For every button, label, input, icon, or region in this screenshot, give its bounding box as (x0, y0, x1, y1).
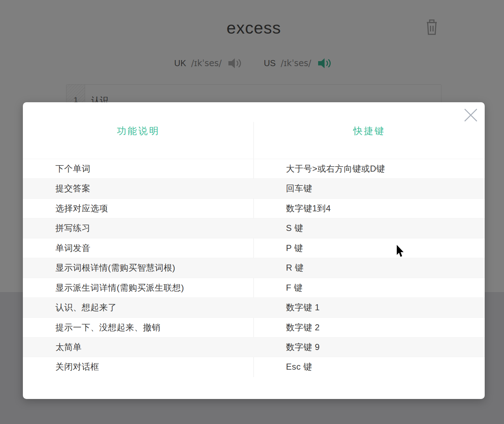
function-label: 拼写练习 (23, 218, 254, 238)
shortcut-key: 数字键 2 (254, 318, 485, 337)
shortcut-table: 下个单词 大于号>或右方向键或D键 提交答案 回车键 选择对应选项 数字键1到4… (23, 159, 485, 377)
shortcut-row: 认识、想起来了 数字键 1 (23, 297, 485, 317)
function-label: 显示派生词详情(需购买派生联想) (23, 278, 254, 297)
function-label: 提示一下、没想起来、撤销 (23, 318, 254, 337)
shortcut-row: 下个单词 大于号>或右方向键或D键 (23, 159, 485, 178)
shortcut-key: 数字键1到4 (254, 199, 485, 218)
function-label: 下个单词 (23, 159, 254, 178)
shortcut-row: 显示派生词详情(需购买派生联想) F 键 (23, 278, 485, 297)
header-shortcut-column: 快捷键 (254, 121, 485, 141)
shortcut-key: P 键 (254, 238, 485, 258)
table-header-row: 功能说明 快捷键 (23, 121, 485, 141)
shortcuts-dialog: 功能说明 快捷键 下个单词 大于号>或右方向键或D键 提交答案 回车键 选择对应… (23, 102, 485, 399)
shortcut-row: 提示一下、没想起来、撤销 数字键 2 (23, 317, 485, 337)
shortcut-row: 太简单 数字键 9 (23, 337, 485, 357)
shortcut-row: 提交答案 回车键 (23, 178, 485, 198)
shortcut-key: S 键 (254, 218, 485, 238)
function-label: 显示词根详情(需购买智慧词根) (23, 258, 254, 277)
shortcut-row: 显示词根详情(需购买智慧词根) R 键 (23, 258, 485, 277)
shortcut-key: F 键 (254, 278, 485, 297)
header-function-column: 功能说明 (23, 121, 254, 141)
shortcut-key: 回车键 (254, 179, 485, 198)
function-label: 太简单 (23, 337, 254, 357)
shortcut-row: 关闭对话框 Esc 键 (23, 357, 485, 376)
function-label: 单词发音 (23, 238, 254, 258)
shortcut-row: 选择对应选项 数字键1到4 (23, 198, 485, 218)
function-label: 关闭对话框 (23, 357, 254, 376)
shortcut-row: 单词发音 P 键 (23, 238, 485, 258)
shortcut-key: Esc 键 (254, 357, 485, 376)
function-label: 提交答案 (23, 179, 254, 198)
function-label: 选择对应选项 (23, 199, 254, 218)
shortcut-key: 数字键 1 (254, 298, 485, 317)
function-label: 认识、想起来了 (23, 298, 254, 317)
shortcut-key: R 键 (254, 258, 485, 277)
shortcut-row: 拼写练习 S 键 (23, 218, 485, 238)
shortcut-key: 数字键 9 (254, 337, 485, 357)
page: excess UK /ɪkˈses/ (0, 0, 504, 424)
shortcut-key: 大于号>或右方向键或D键 (254, 159, 485, 178)
close-dialog-button[interactable] (464, 108, 478, 122)
